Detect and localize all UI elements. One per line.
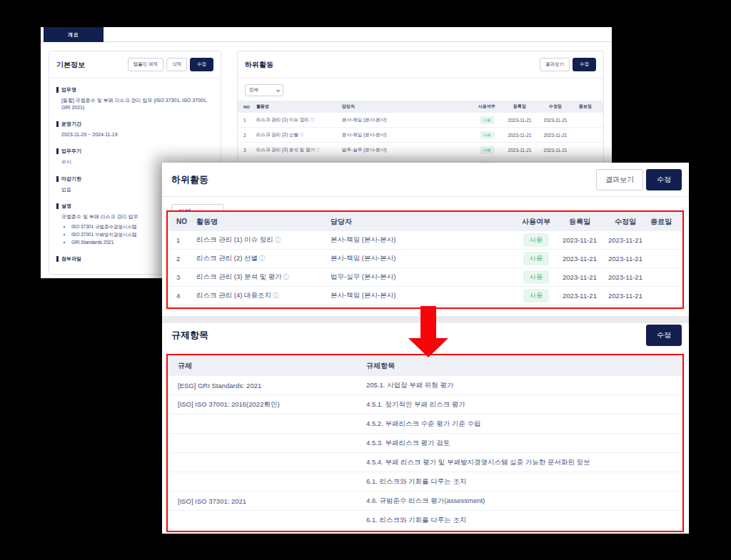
- cell-modified: 2023-11-21: [538, 118, 573, 123]
- cell-regulation-item: 6.1. 리스크와 기회를 다루는 조치: [366, 477, 672, 487]
- filter-value: 전체: [249, 87, 258, 93]
- field-label: 운영기간: [56, 121, 213, 128]
- cell-manager: 본사-책임 (본사-본사): [342, 132, 472, 138]
- regulations-title: 규제항목: [171, 329, 208, 342]
- cell-name: 리스크 관리 (3) 분석 및 평가: [256, 147, 342, 153]
- table-row[interactable]: [ISO] ISO 37301: 2021 4.6. 규범준수 리스크 평가(a…: [168, 492, 682, 511]
- cell-name: 리스크 관리 (1) 이슈 정리: [256, 117, 342, 123]
- cell-registered: 2023-11-21: [557, 255, 603, 263]
- status-badge: 사용: [523, 289, 549, 302]
- cell-modified: 2023-11-21: [603, 255, 648, 263]
- table-row[interactable]: 3 리스크 관리 (3) 분석 및 평가 법무-실무 (본사-본사) 사용 20…: [168, 268, 682, 287]
- screenshot-stage: 개요 기본정보 템플릿 해제 삭제 수정 업무명 [통합] 규범준수 및 부패 …: [0, 0, 731, 560]
- cell-no: 3: [243, 148, 256, 153]
- circled-info-icon: [316, 148, 321, 152]
- table-row[interactable]: 2 리스크 관리 (2) 선별 본사-책임 (본사-본사) 사용 2023-11…: [168, 250, 682, 268]
- cell-no: 2: [243, 133, 256, 138]
- cell-no: 4: [176, 292, 196, 300]
- regulations-table-body: [ESG] GRI Standards: 2021 205.1. 사업장 부패 …: [168, 376, 682, 530]
- detail-window: 하위활동 결과보기 수정 전체 NO 활동명 담당자 사용여부 등록일 수정일 …: [162, 163, 689, 534]
- cell-registered: 2023-11-21: [502, 118, 538, 123]
- regulations-table-header: 규제 규제항목: [168, 355, 682, 376]
- table-row[interactable]: [ISO] ISO 37001: 2016(2022확인) 4.5.1. 정기적…: [168, 395, 682, 414]
- col-manager: 담당자: [342, 103, 472, 110]
- col-status: 사용여부: [515, 217, 557, 227]
- cell-name: 리스크 관리 (3) 분석 및 평가: [196, 273, 331, 282]
- cell-regulation-item: 4.5.3. 부패리스크 평가 검토: [366, 439, 672, 448]
- cell-name: 리스크 관리 (4) 대응조치: [196, 291, 331, 300]
- table-row[interactable]: 3 리스크 관리 (3) 분석 및 평가 법무-실무 (본사-본사) 사용 20…: [238, 143, 603, 158]
- col-no: NO: [243, 105, 256, 109]
- table-row[interactable]: 4.5.3. 부패리스크 평가 검토: [168, 434, 682, 453]
- col-name: 활동명: [196, 217, 331, 227]
- col-modified: 수정일: [603, 217, 648, 227]
- cell-regulation: [ISO] ISO 37301: 2021: [178, 497, 366, 505]
- delete-button[interactable]: 삭제: [166, 58, 187, 71]
- sub-activities-title-sm: 하위활동: [245, 60, 273, 70]
- cell-status: 사용: [472, 131, 502, 139]
- cell-no: 1: [243, 118, 256, 123]
- sub-activities-edit-button[interactable]: 수정: [646, 169, 682, 190]
- table-body: 1 리스크 관리 (1) 이슈 정리 본사-책임 (본사-본사) 사용 2023…: [168, 231, 682, 305]
- view-results-button[interactable]: 결과보기: [596, 169, 643, 190]
- sub-activities-header-sm: 하위활동 결과보기 수정: [238, 51, 603, 78]
- cell-registered: 2023-11-21: [557, 273, 603, 281]
- basic-info-edit-button[interactable]: 수정: [190, 58, 213, 71]
- cell-registered: 2023-11-21: [502, 133, 538, 138]
- circled-info-icon: [275, 237, 281, 243]
- cell-registered: 2023-11-21: [502, 148, 538, 153]
- table-row[interactable]: 6.1. 리스크와 기회를 다루는 조치: [168, 511, 682, 530]
- cell-modified: 2023-11-21: [603, 292, 648, 300]
- col-ended: 종료일: [648, 217, 674, 227]
- field-label: 업무명: [56, 86, 213, 93]
- col-regulation-item: 규제항목: [366, 361, 672, 371]
- status-badge: 사용: [523, 233, 549, 247]
- cell-modified: 2023-11-21: [538, 133, 573, 138]
- cell-regulation: [ESG] GRI Standards: 2021: [178, 382, 366, 390]
- cell-manager: 법무-실무 (본사-본사): [342, 147, 472, 153]
- sub-activities-header: 하위활동 결과보기 수정: [162, 163, 689, 196]
- circled-info-icon: [273, 292, 278, 299]
- col-regulation: 규제: [178, 361, 366, 371]
- table-row[interactable]: 4.5.2. 부패리스크 수준 평가 기준 수립: [168, 414, 682, 434]
- cell-regulation-item: 205.1. 사업장 부패 위험 평가: [366, 381, 672, 390]
- regulations-edit-button[interactable]: 수정: [646, 325, 682, 346]
- cell-manager: 본사-책임 (본사-본사): [331, 254, 515, 263]
- template-release-button[interactable]: 템플릿 해제: [128, 58, 163, 71]
- cell-regulation-item: 4.6. 규범준수 리스크 평가(assessment): [366, 497, 672, 506]
- status-badge: 사용: [523, 252, 549, 265]
- col-modified: 수정일: [538, 103, 573, 110]
- sub-activities-edit-button-sm[interactable]: 수정: [573, 58, 596, 71]
- col-registered: 등록일: [557, 217, 603, 227]
- cell-regulation-item: 4.5.1. 정기적인 부패 리스크 평가: [366, 400, 672, 409]
- table-row[interactable]: 2 리스크 관리 (2) 선별 본사-책임 (본사-본사) 사용 2023-11…: [238, 128, 603, 143]
- table-row[interactable]: 6.1. 리스크와 기회를 다루는 조치: [168, 472, 682, 492]
- field-task-name: 업무명 [통합] 규범준수 및 부패 리스크 관리 업무 (ISO 37301,…: [56, 86, 213, 111]
- cell-status: 사용: [515, 252, 557, 265]
- view-results-button-sm[interactable]: 결과보기: [540, 58, 570, 71]
- cell-no: 1: [176, 236, 196, 244]
- cell-registered: 2023-11-21: [557, 292, 603, 300]
- cell-no: 3: [176, 273, 196, 281]
- tab-overview[interactable]: 개요: [44, 27, 104, 42]
- table-header-sm: NO 활동명 담당자 사용여부 등록일 수정일 종료일: [238, 101, 603, 113]
- col-ended: 종료일: [573, 103, 598, 110]
- table-row[interactable]: 1 리스크 관리 (1) 이슈 정리 본사-책임 (본사-본사) 사용 2023…: [238, 113, 603, 128]
- table-row[interactable]: 4 리스크 관리 (4) 대응조치 본사-책임 (본사-본사) 사용 2023-…: [168, 287, 682, 305]
- circled-info-icon: [311, 118, 315, 122]
- status-badge: 사용: [523, 270, 549, 284]
- table-row[interactable]: [ESG] GRI Standards: 2021 205.1. 사업장 부패 …: [168, 376, 682, 395]
- col-registered: 등록일: [502, 103, 538, 110]
- cell-manager: 본사-책임 (본사-본사): [331, 291, 515, 300]
- cell-regulation-item: 4.5.4. 부패 리스크 평가 및 부패방지경영시스템 실증 가능한 문서화된…: [366, 458, 672, 467]
- table-row[interactable]: 1 리스크 관리 (1) 이슈 정리 본사-책임 (본사-본사) 사용 2023…: [168, 231, 682, 250]
- basic-info-header: 기본정보 템플릿 해제 삭제 수정: [49, 51, 221, 78]
- filter-dropdown-sm[interactable]: 전체: [245, 84, 283, 96]
- status-badge: 사용: [480, 116, 495, 124]
- chevron-down-icon: [276, 88, 281, 92]
- table-header: NO 활동명 담당자 사용여부 등록일 수정일 종료일: [168, 212, 682, 231]
- field-period: 운영기간 2023-11-20 ~ 2024-11-19: [56, 121, 213, 138]
- cell-modified: 2023-11-21: [603, 236, 648, 244]
- cell-status: 사용: [515, 233, 557, 247]
- table-row[interactable]: 4.5.4. 부패 리스크 평가 및 부패방지경영시스템 실증 가능한 문서화된…: [168, 453, 682, 472]
